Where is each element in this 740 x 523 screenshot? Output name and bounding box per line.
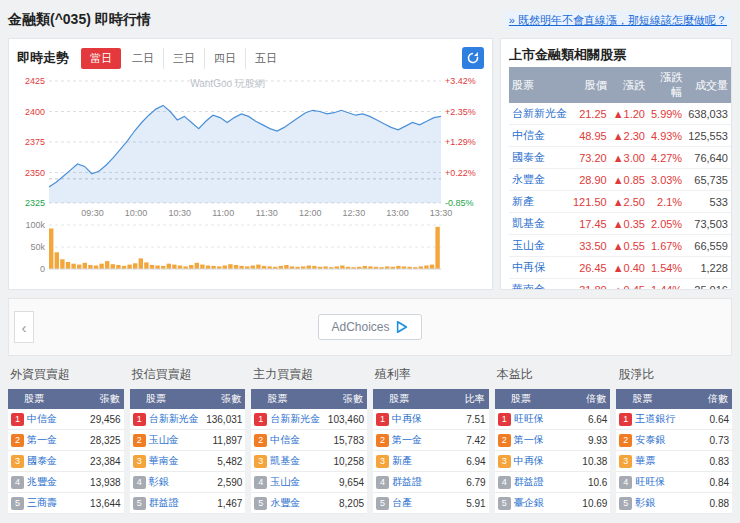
ranking-col-header: 股票 xyxy=(616,389,696,409)
list-item: 2第一金28,325 xyxy=(8,430,124,451)
tab-5[interactable]: 五日 xyxy=(246,48,286,69)
rank-badge: 1 xyxy=(376,413,389,426)
tab-1[interactable]: 當日 xyxy=(81,48,121,69)
rank-badge: 1 xyxy=(11,413,24,426)
stock-name[interactable]: 1台新新光金 xyxy=(130,409,203,430)
stock-name[interactable]: 中再保 xyxy=(509,257,570,279)
ad-prev-arrow[interactable]: ‹ xyxy=(14,311,34,343)
stock-vol: 533 xyxy=(685,191,731,213)
stock-name[interactable]: 3凱基金 xyxy=(251,451,324,472)
stock-price: 31.80 xyxy=(570,279,610,291)
stock-name[interactable]: 1台新新光金 xyxy=(251,409,324,430)
stock-change: ▲0.45 xyxy=(610,279,648,291)
stock-name[interactable]: 5三商壽 xyxy=(8,493,76,514)
stock-name[interactable]: 4群益證 xyxy=(495,472,567,493)
stock-name[interactable]: 3華票 xyxy=(616,451,696,472)
stock-name[interactable]: 3華南金 xyxy=(130,451,203,472)
refresh-button[interactable] xyxy=(462,47,484,69)
stock-name[interactable]: 1旺旺保 xyxy=(495,409,567,430)
rank-badge: 3 xyxy=(133,455,146,468)
svg-text:2350: 2350 xyxy=(25,168,45,178)
svg-text:12:30: 12:30 xyxy=(343,208,366,218)
list-item: 4群益證6.79 xyxy=(373,472,489,493)
list-item: 4兆豐金13,938 xyxy=(8,472,124,493)
stock-name[interactable]: 國泰金 xyxy=(509,147,570,169)
stock-name[interactable]: 凱基金 xyxy=(509,213,570,235)
ad-banner[interactable]: ‹ AdChoices xyxy=(8,298,732,356)
stock-name[interactable]: 華南金 xyxy=(509,279,570,291)
stock-name[interactable]: 2安泰銀 xyxy=(616,430,696,451)
stock-pct: 2.05% xyxy=(648,213,685,235)
stock-name[interactable]: 新產 xyxy=(509,191,570,213)
stock-name[interactable]: 2第一保 xyxy=(495,430,567,451)
table-row: 台新新光金21.25▲1.205.99%638,033 xyxy=(509,103,731,125)
stock-name[interactable]: 2玉山金 xyxy=(130,430,203,451)
ranking-section-3: 主力買賣超股票張數1台新新光金103,4602中信金15,7833凱基金10,2… xyxy=(251,366,367,514)
stock-name[interactable]: 2中信金 xyxy=(251,430,324,451)
list-item: 4玉山金9,654 xyxy=(251,472,367,493)
stock-name[interactable]: 3中再保 xyxy=(495,451,567,472)
stock-name[interactable]: 2第一金 xyxy=(373,430,448,451)
ranking-table: 股票張數1中信金29,4562第一金28,3253國泰金23,3844兆豐金13… xyxy=(8,389,124,514)
list-item: 2玉山金11,897 xyxy=(130,430,246,451)
svg-text:09:30: 09:30 xyxy=(81,208,104,218)
stock-vol: 73,503 xyxy=(685,213,731,235)
stock-value: 29,456 xyxy=(76,409,124,430)
stock-price: 21.25 xyxy=(570,103,610,125)
stock-change: ▲0.35 xyxy=(610,213,648,235)
chart-tabs: 當日二日三日四日五日 xyxy=(81,48,462,69)
stock-name[interactable]: 3國泰金 xyxy=(8,451,76,472)
stock-name[interactable]: 3新產 xyxy=(373,451,448,472)
stock-name[interactable]: 4群益證 xyxy=(373,472,448,493)
stock-name[interactable]: 5彰銀 xyxy=(616,493,696,514)
stock-name[interactable]: 1中再保 xyxy=(373,409,448,430)
ranking-table: 股票比率1中再保7.512第一金7.423新產6.944群益證6.795台產5.… xyxy=(373,389,489,514)
stock-pct: 1.67% xyxy=(648,235,685,257)
stock-change: ▲2.30 xyxy=(610,125,648,147)
rank-badge: 4 xyxy=(254,476,267,489)
tab-2[interactable]: 二日 xyxy=(123,48,164,69)
stock-name[interactable]: 4玉山金 xyxy=(251,472,324,493)
rank-badge: 3 xyxy=(376,455,389,468)
stock-vol: 66,559 xyxy=(685,235,731,257)
rank-badge: 4 xyxy=(498,476,511,489)
stock-name[interactable]: 1中信金 xyxy=(8,409,76,430)
stock-name[interactable]: 永豐金 xyxy=(509,169,570,191)
tab-4[interactable]: 四日 xyxy=(205,48,246,69)
list-item: 1中信金29,456 xyxy=(8,409,124,430)
stock-name[interactable]: 5臺企銀 xyxy=(495,493,567,514)
ranking-col-header: 比率 xyxy=(448,389,489,409)
stock-name[interactable]: 5台產 xyxy=(373,493,448,514)
stock-value: 28,325 xyxy=(76,430,124,451)
stock-name[interactable]: 2第一金 xyxy=(8,430,76,451)
intraday-chart[interactable]: 2425+3.42%2400+2.35%2375+1.29%2350+0.22%… xyxy=(17,73,482,275)
adchoices-button[interactable]: AdChoices xyxy=(318,314,421,340)
list-item: 1王道銀行0.64 xyxy=(616,409,732,430)
ranking-title: 股淨比 xyxy=(618,366,732,383)
stock-name[interactable]: 5永豐金 xyxy=(251,493,324,514)
list-item: 3華南金5,482 xyxy=(130,451,246,472)
ranking-col-header: 股票 xyxy=(495,389,567,409)
main-row: 即時走勢 當日二日三日四日五日 WantGoo 玩股網 2425+3.42%24… xyxy=(8,38,732,290)
rank-badge: 5 xyxy=(619,497,632,510)
promo-link[interactable]: » 既然明年不會直線漲，那短線該怎麼做呢？ xyxy=(504,11,732,30)
stock-name[interactable]: 1王道銀行 xyxy=(616,409,696,430)
stock-name[interactable]: 4旺旺保 xyxy=(616,472,696,493)
stock-value: 10.69 xyxy=(567,493,610,514)
table-row: 永豐金28.90▲0.853.03%65,735 xyxy=(509,169,731,191)
stock-name[interactable]: 4彰銀 xyxy=(130,472,203,493)
stock-pct: 1.44% xyxy=(648,279,685,291)
ranking-section-6: 股淨比股票倍數1王道銀行0.642安泰銀0.733華票0.834旺旺保0.845… xyxy=(616,366,732,514)
stock-value: 7.42 xyxy=(448,430,489,451)
svg-text:2325: 2325 xyxy=(25,198,45,208)
stock-name[interactable]: 5群益證 xyxy=(130,493,203,514)
stock-price: 33.50 xyxy=(570,235,610,257)
list-item: 5永豐金8,205 xyxy=(251,493,367,514)
stock-name[interactable]: 4兆豐金 xyxy=(8,472,76,493)
stock-name[interactable]: 台新新光金 xyxy=(509,103,570,125)
stock-value: 9.93 xyxy=(567,430,610,451)
ranking-col-header: 股票 xyxy=(373,389,448,409)
stock-name[interactable]: 玉山金 xyxy=(509,235,570,257)
tab-3[interactable]: 三日 xyxy=(164,48,205,69)
stock-name[interactable]: 中信金 xyxy=(509,125,570,147)
